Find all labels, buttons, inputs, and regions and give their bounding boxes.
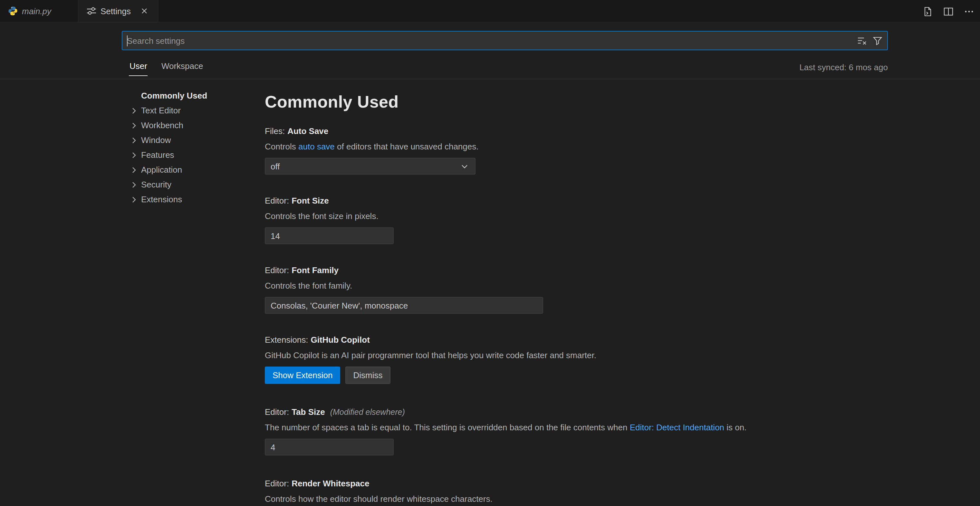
setting-files-auto-save: Files:Auto Save Controls auto save of ed…	[265, 126, 888, 175]
setting-category: Editor:	[265, 479, 289, 488]
setting-name: Auto Save	[287, 126, 328, 136]
toc-label: Window	[141, 135, 171, 145]
chevron-right-icon	[129, 120, 139, 130]
toc-label: Security	[141, 180, 172, 189]
setting-name: Render Whitespace	[291, 479, 369, 488]
chevron-right-icon	[129, 105, 139, 116]
toc-label: Text Editor	[141, 106, 181, 115]
settings-content: Commonly Used Files:Auto Save Controls a…	[265, 79, 888, 506]
setting-title: Files:Auto Save	[265, 126, 888, 137]
desc-text: The number of spaces a tab is equal to. …	[265, 423, 630, 432]
toc-spacer	[129, 91, 139, 101]
setting-category: Editor:	[265, 196, 289, 205]
settings-sliders-icon	[86, 6, 97, 16]
tab-main-py[interactable]: main.py	[0, 0, 79, 22]
text-cursor	[127, 35, 127, 46]
desc-text: Controls	[265, 142, 298, 151]
settings-scope-row: User Workspace Last synced: 6 mos ago	[122, 58, 888, 76]
toc-item-workbench[interactable]: Workbench	[122, 118, 251, 133]
setting-category: Editor:	[265, 407, 289, 417]
setting-title: Extensions:GitHub Copilot	[265, 334, 888, 346]
setting-name: Font Size	[291, 196, 329, 205]
chevron-right-icon	[129, 165, 139, 175]
font-family-input[interactable]	[265, 297, 543, 314]
setting-title: Editor:Render Whitespace	[265, 478, 888, 490]
search-actions	[857, 32, 883, 49]
split-editor-icon[interactable]	[941, 4, 956, 18]
auto-save-select[interactable]: off	[265, 158, 476, 175]
setting-description: GitHub Copilot is an AI pair programmer …	[265, 350, 888, 361]
toc-item-extensions[interactable]: Extensions	[122, 192, 251, 207]
setting-control: Show Extension Dismiss	[265, 366, 888, 384]
settings-search-box	[122, 31, 888, 50]
scope-tab-workspace[interactable]: Workspace	[161, 58, 204, 76]
setting-control	[265, 228, 888, 244]
font-size-input[interactable]	[265, 228, 394, 244]
settings-list: Files:Auto Save Controls auto save of ed…	[265, 126, 888, 506]
setting-extensions-github-copilot: Extensions:GitHub Copilot GitHub Copilot…	[265, 334, 888, 384]
setting-description: The number of spaces a tab is equal to. …	[265, 422, 888, 434]
modified-elsewhere-note: (Modified elsewhere)	[330, 408, 405, 417]
toc-item-commonly-used[interactable]: Commonly Used	[122, 88, 251, 103]
filter-icon[interactable]	[872, 35, 883, 46]
setting-control	[265, 297, 888, 314]
setting-category: Files:	[265, 126, 285, 136]
toc-item-window[interactable]: Window	[122, 133, 251, 148]
setting-editor-render-whitespace: Editor:Render Whitespace Controls how th…	[265, 478, 888, 506]
python-icon	[8, 6, 18, 16]
toc-item-text-editor[interactable]: Text Editor	[122, 103, 251, 118]
setting-name: GitHub Copilot	[310, 335, 369, 345]
setting-editor-font-size: Editor:Font Size Controls the font size …	[265, 195, 888, 244]
toc-label: Workbench	[141, 121, 183, 130]
setting-title: Editor:Font Family	[265, 265, 888, 276]
tab-label-settings: Settings	[100, 6, 131, 16]
setting-description: Controls the font size in pixels.	[265, 211, 888, 222]
close-tab-icon[interactable]	[138, 5, 150, 17]
setting-editor-tab-size: Editor:Tab Size(Modified elsewhere) The …	[265, 406, 888, 455]
toc-label: Commonly Used	[141, 91, 207, 100]
setting-name: Tab Size	[291, 407, 325, 417]
tab-settings[interactable]: Settings	[79, 0, 159, 22]
clear-search-results-icon[interactable]	[857, 35, 867, 46]
editor-tab-bar: main.py Settings	[0, 0, 980, 22]
setting-description: Controls auto save of editors that have …	[265, 141, 888, 153]
page-title: Commonly Used	[265, 91, 888, 112]
setting-title: Editor:Font Size	[265, 195, 888, 207]
show-extension-button[interactable]: Show Extension	[265, 366, 340, 384]
vscode-settings-window: main.py Settings	[0, 0, 980, 506]
settings-search-row	[122, 31, 888, 50]
editor-actions	[921, 0, 976, 22]
more-actions-icon[interactable]	[962, 4, 976, 18]
toc-label: Extensions	[141, 194, 182, 204]
detect-indentation-link[interactable]: Editor: Detect Indentation	[630, 423, 724, 432]
setting-category: Editor:	[265, 266, 289, 275]
setting-control: off	[265, 158, 888, 175]
chevron-right-icon	[129, 150, 139, 160]
chevron-right-icon	[129, 180, 139, 190]
auto-save-link[interactable]: auto save	[298, 142, 335, 151]
toc-label: Features	[141, 150, 174, 160]
search-input[interactable]	[123, 32, 887, 49]
toc-item-application[interactable]: Application	[122, 162, 251, 177]
select-value: off	[270, 161, 280, 171]
scope-tab-user[interactable]: User	[129, 58, 148, 76]
chevron-right-icon	[129, 194, 139, 205]
toc-item-features[interactable]: Features	[122, 148, 251, 162]
open-settings-json-icon[interactable]	[921, 4, 935, 18]
setting-title: Editor:Tab Size(Modified elsewhere)	[265, 406, 888, 418]
settings-toc: Commonly Used Text Editor Workbench Wind…	[122, 88, 251, 207]
setting-name: Font Family	[291, 266, 339, 275]
toc-item-security[interactable]: Security	[122, 177, 251, 192]
desc-text: is on.	[724, 423, 746, 432]
setting-description: Controls how the editor should render wh…	[265, 493, 888, 505]
dismiss-button[interactable]: Dismiss	[345, 366, 390, 384]
chevron-down-icon	[460, 161, 470, 171]
sync-status: Last synced: 6 mos ago	[799, 62, 888, 72]
setting-category: Extensions:	[265, 335, 308, 345]
chevron-right-icon	[129, 135, 139, 145]
setting-description: Controls the font family.	[265, 280, 888, 292]
toc-label: Application	[141, 165, 182, 175]
desc-text: of editors that have unsaved changes.	[335, 142, 479, 151]
setting-editor-font-family: Editor:Font Family Controls the font fam…	[265, 265, 888, 314]
tab-size-input[interactable]	[265, 439, 394, 455]
